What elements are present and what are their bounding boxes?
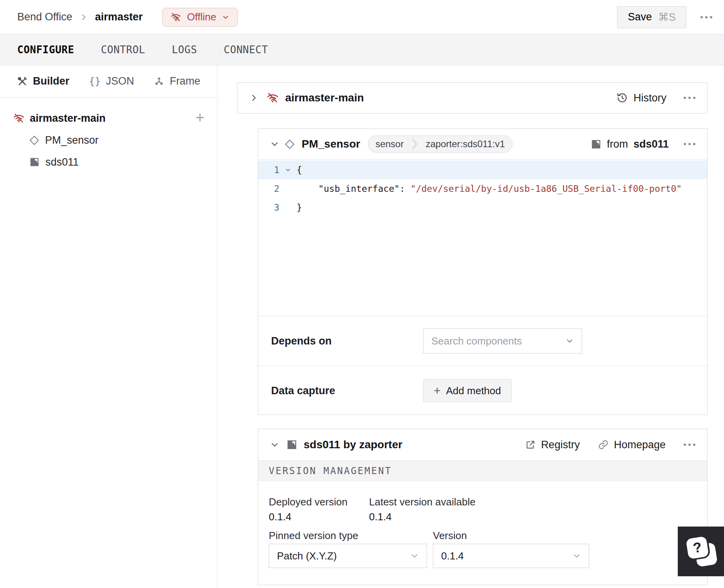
module-links: Registry Homepage — [525, 439, 695, 451]
chevron-right-icon[interactable] — [249, 93, 259, 103]
mode-json[interactable]: {} JSON — [89, 75, 134, 87]
save-button-label: Save — [628, 11, 652, 23]
tree-item-label: sds011 — [45, 156, 79, 168]
tree-item-sds011[interactable]: sds011 — [0, 151, 217, 173]
version-select[interactable]: 0.1.4 — [433, 544, 589, 568]
chevron-down-icon — [410, 552, 419, 560]
chevron-down-icon[interactable] — [270, 440, 279, 449]
tab-control[interactable]: CONTROL — [101, 44, 145, 56]
module-icon — [286, 439, 297, 450]
chevron-right-icon — [80, 13, 88, 22]
code-line-1[interactable]: 1 { — [258, 161, 707, 179]
part-overflow-menu-icon[interactable] — [684, 97, 695, 99]
code-line-3[interactable]: 3 } — [258, 198, 707, 217]
part-title: airmaster-main — [285, 92, 364, 104]
module-title: sds011 by zaporter — [304, 438, 402, 451]
code-string-value: "/dev/serial/by-id/usb-1a86_USB_Serial-i… — [405, 184, 682, 194]
pinned-version-type-select[interactable]: Patch (X.Y.Z) — [269, 544, 427, 568]
save-shortcut: ⌘S — [658, 11, 676, 23]
header-actions: Save ⌘S — [617, 6, 724, 28]
module-overflow-menu-icon[interactable] — [684, 444, 695, 446]
mode-frame[interactable]: Frame — [154, 75, 200, 87]
chevron-down-icon[interactable] — [270, 139, 279, 149]
tab-connect[interactable]: CONNECT — [224, 44, 268, 56]
status-badge-label: Offline — [187, 11, 216, 23]
depends-on-placeholder: Search components — [431, 335, 522, 347]
tree-item-label: PM_sensor — [45, 134, 99, 146]
depends-on-section: Depends on Search components — [258, 316, 707, 366]
pinned-version-type-value: Patch (X.Y.Z) — [277, 550, 337, 562]
tools-icon — [17, 76, 28, 87]
header-overflow-menu-icon[interactable] — [700, 16, 712, 18]
badge-divider-chevron-icon — [411, 137, 418, 151]
external-link-icon — [525, 439, 536, 450]
mode-builder-label: Builder — [33, 75, 69, 87]
code-text: } — [297, 202, 302, 213]
fold-chevron-icon[interactable] — [279, 167, 297, 173]
chevron-down-icon — [565, 337, 574, 345]
status-badge-offline[interactable]: Offline — [162, 8, 238, 27]
version-management-section-header: VERSION MANAGEMENT — [258, 461, 707, 481]
data-capture-label: Data capture — [271, 385, 423, 397]
help-button[interactable]: ? — [678, 527, 724, 576]
attributes-code-editor[interactable]: 1 { 2 "usb_interface": "/dev/serial/by-i… — [258, 160, 707, 316]
module-card-sds011: sds011 by zaporter Registry — [258, 429, 708, 585]
chevron-down-icon — [572, 552, 581, 560]
part-card-header: airmaster-main History — [237, 83, 707, 113]
registry-link[interactable]: Registry — [525, 439, 580, 451]
registry-label: Registry — [541, 439, 580, 451]
sidebar: Builder {} JSON Frame — [0, 65, 217, 588]
app-window: Bend Office airmaster Offline — [0, 0, 724, 588]
add-method-label: Add method — [446, 385, 501, 397]
version-label: Version — [433, 530, 467, 542]
breadcrumb: Bend Office airmaster — [17, 11, 143, 23]
from-module-name: sds011 — [634, 138, 669, 150]
history-clock-icon — [616, 92, 628, 104]
breadcrumb-machine: airmaster — [95, 11, 143, 23]
component-overflow-menu-icon[interactable] — [684, 143, 695, 145]
module-card-header: sds011 by zaporter Registry — [258, 429, 707, 461]
line-number: 3 — [258, 202, 279, 213]
breadcrumb-org[interactable]: Bend Office — [17, 11, 72, 23]
tab-configure[interactable]: CONFIGURE — [17, 44, 74, 56]
module-icon — [29, 157, 40, 167]
view-mode-switcher: Builder {} JSON Frame — [0, 65, 217, 97]
latest-version-label: Latest version available — [369, 496, 476, 508]
version-management-title: VERSION MANAGEMENT — [269, 465, 392, 476]
question-mark-icon: ? — [686, 536, 709, 559]
homepage-link[interactable]: Homepage — [598, 439, 666, 451]
tree-item-airmaster-main[interactable]: airmaster-main + — [0, 107, 217, 129]
history-button[interactable]: History — [616, 92, 666, 104]
component-card-pm-sensor: PM_sensor sensor zaporter:sds011:v1 from… — [258, 128, 708, 415]
code-key: "usb_interface": — [297, 184, 405, 194]
homepage-label: Homepage — [614, 439, 666, 451]
machine-tree: airmaster-main + PM_sensor sds011 — [0, 97, 217, 173]
save-button[interactable]: Save ⌘S — [617, 6, 686, 28]
depends-on-select[interactable]: Search components — [423, 328, 582, 354]
frame-axes-icon — [154, 76, 165, 87]
tree-item-pm-sensor[interactable]: PM_sensor — [0, 129, 217, 151]
component-card-header: PM_sensor sensor zaporter:sds011:v1 from… — [258, 129, 707, 160]
wifi-off-icon — [266, 92, 279, 104]
braces-icon: {} — [89, 76, 101, 87]
version-value: 0.1.4 — [441, 550, 464, 562]
add-method-button[interactable]: + Add method — [423, 379, 512, 402]
mode-builder[interactable]: Builder — [17, 75, 69, 87]
history-label: History — [634, 92, 666, 104]
add-component-button[interactable]: + — [195, 110, 205, 125]
tab-logs[interactable]: LOGS — [172, 44, 197, 56]
code-text: { — [297, 165, 302, 175]
mode-frame-label: Frame — [170, 75, 200, 87]
component-name: PM_sensor — [302, 138, 360, 150]
from-module-link[interactable]: from sds011 — [591, 138, 669, 150]
depends-on-label: Depends on — [271, 335, 423, 347]
chevron-down-icon — [222, 13, 230, 21]
line-number: 2 — [258, 184, 279, 194]
data-capture-section: Data capture + Add method — [258, 366, 707, 415]
from-label: from — [607, 138, 628, 150]
tab-bar: CONFIGURE CONTROL LOGS CONNECT — [0, 34, 724, 65]
deployed-version-label: Deployed version — [269, 496, 348, 508]
module-icon — [591, 139, 601, 150]
component-diamond-icon — [29, 135, 39, 145]
code-line-2[interactable]: 2 "usb_interface": "/dev/serial/by-id/us… — [258, 179, 707, 198]
